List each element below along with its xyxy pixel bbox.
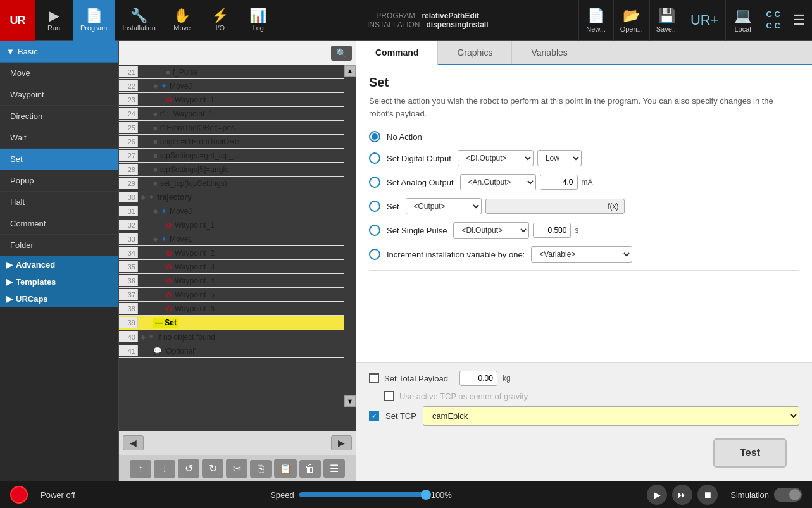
delete-button[interactable]: 🗑 (299, 460, 321, 478)
sidebar-urcaps-header[interactable]: ▶ URCaps (0, 290, 118, 307)
sidebar-item-waypoint[interactable]: Waypoint (0, 84, 118, 106)
simulation-toggle[interactable] (774, 488, 802, 502)
radio-set-output[interactable] (369, 201, 380, 212)
radio-set-digital-output[interactable] (369, 152, 380, 164)
run-icon: ▶ (49, 9, 59, 23)
tree-row[interactable]: 35 ⊙ Waypoint_3 (119, 260, 344, 274)
undo-button[interactable]: ↺ (178, 459, 199, 478)
scroll-down-button[interactable]: ▼ (344, 395, 356, 407)
sidebar-item-set[interactable]: Set (0, 149, 118, 170)
tree-row[interactable]: 30 ◆ ✦ trajectory (119, 190, 344, 204)
sidebar-templates-header[interactable]: ▶ Templates (0, 273, 118, 290)
test-button[interactable]: Test (713, 438, 787, 468)
movej2-icon: ✦ (161, 207, 167, 216)
gravity-checkbox[interactable] (384, 391, 394, 401)
move-down-button[interactable]: ↓ (154, 460, 175, 478)
low-dropdown[interactable]: Low (537, 150, 582, 166)
tree-row[interactable]: 38 ⊙ Waypoint_6 (119, 302, 344, 316)
tree-row[interactable]: 37 ⊙ Waypoint_5 (119, 288, 344, 302)
analog-output-dropdown[interactable]: <An.Output> (460, 174, 536, 190)
nav-run[interactable]: ▶ Run (35, 0, 73, 41)
new-button[interactable]: 📄 New... (578, 0, 613, 41)
payload-checkbox[interactable] (369, 373, 379, 383)
search-button[interactable]: 🔍 (331, 46, 352, 61)
fx-box[interactable]: f(x) (485, 199, 625, 214)
sidebar-basic-header[interactable]: ▼ Basic (0, 41, 118, 63)
output-dropdown[interactable]: <Output> (406, 198, 482, 214)
tree-row[interactable]: 33 ◆ ✦ MoveL (119, 232, 344, 246)
sidebar-item-comment[interactable]: Comment (0, 213, 118, 235)
scroll-up-button[interactable]: ▲ (344, 65, 356, 77)
tree-row-set-selected[interactable]: 39 — Set (119, 316, 344, 330)
tcp-row: ✓ Set TCP camEpick (369, 406, 799, 426)
tree-row[interactable]: 27 ■ tcpSettings:=get_tcp_... (119, 149, 344, 163)
speed-handle[interactable] (421, 490, 431, 500)
tab-variables[interactable]: Variables (512, 41, 587, 64)
sidebar-item-popup[interactable]: Popup (0, 170, 118, 192)
sidebar-item-folder[interactable]: Folder (0, 235, 118, 256)
radio-set-analog-output[interactable] (369, 177, 380, 188)
tree-row[interactable]: 41 💬 'Optional' (119, 344, 344, 358)
nav-program[interactable]: 📄 Program (73, 0, 115, 41)
tree-row[interactable]: 31 ◆ ✦ MoveJ (119, 204, 344, 218)
sidebar-advanced-header[interactable]: ▶ Advanced (0, 256, 118, 273)
step-button[interactable]: ⏭ (672, 485, 692, 505)
tab-command[interactable]: Command (356, 41, 438, 65)
radio-set-single-pulse[interactable] (369, 225, 380, 236)
tree-row[interactable]: 24 ■ r1:=Waypoint_1 (119, 107, 344, 121)
tree-row[interactable]: 23 ⊙ Waypoint_1 (119, 93, 344, 107)
paste-button[interactable]: 📋 (274, 459, 297, 478)
pulse-value-input[interactable] (533, 223, 571, 238)
tree-row[interactable]: 21 ■ f_Pulse (119, 65, 344, 79)
templates-arrow: ▶ (6, 277, 13, 287)
tree-row[interactable]: 36 ⊙ Waypoint_4 (119, 274, 344, 288)
cut-button[interactable]: ✂ (226, 459, 247, 478)
sidebar-item-move[interactable]: Move (0, 63, 118, 84)
tree-row[interactable]: 25 ■ r1FromToolORef:=pos... (119, 121, 344, 135)
tab-graphics[interactable]: Graphics (438, 41, 512, 64)
stop-button[interactable]: ⏹ (697, 485, 718, 505)
payload-value-input[interactable] (459, 371, 497, 386)
panel-description: Select the action you wish the robot to … (369, 95, 799, 120)
radio-no-action[interactable] (369, 131, 380, 142)
tree-nav-prev[interactable]: ◀ (123, 435, 144, 450)
pulse-di-dropdown[interactable]: <Di.Output> (453, 222, 529, 239)
move-up-button[interactable]: ↑ (130, 460, 151, 478)
hamburger-menu[interactable]: ☰ (787, 12, 812, 28)
tree-row[interactable]: 32 ⊙ Waypoint_1 (119, 218, 344, 232)
tree-toolbar: ↑ ↓ ↺ ↻ ✂ ⎘ 📋 🗑 ☰ (119, 455, 356, 481)
search-input[interactable] (123, 48, 331, 58)
sidebar-item-direction[interactable]: Direction (0, 106, 118, 127)
status-bar: Power off Speed 100% ▶ ⏭ ⏹ Simulation (0, 481, 812, 508)
tree-row[interactable]: 29 ■ set_tcp(tcpSettings) (119, 177, 344, 190)
tree-nav-next[interactable]: ▶ (331, 435, 352, 450)
sidebar-item-halt[interactable]: Halt (0, 192, 118, 213)
sidebar-item-wait[interactable]: Wait (0, 127, 118, 149)
save-button[interactable]: 💾 Save... (649, 0, 684, 41)
speed-slider[interactable] (299, 492, 426, 497)
list-button[interactable]: ☰ (323, 459, 345, 478)
copy-button[interactable]: ⎘ (250, 460, 272, 478)
tree-row[interactable]: 22 ◆ ✦ MoveJ (119, 79, 344, 93)
nav-io[interactable]: ⚡ I/O (201, 0, 239, 41)
tree-row[interactable]: 26 ■ angle:=r1FromToolORe... (119, 135, 344, 149)
power-button[interactable] (10, 486, 28, 504)
tcp-dropdown[interactable]: camEpick (423, 406, 799, 426)
analog-value-input[interactable] (540, 175, 578, 190)
digital-output-dropdown[interactable]: <Di.Output> (458, 150, 534, 166)
nav-installation[interactable]: 🔧 Installation (115, 0, 163, 41)
new-icon: 📄 (587, 8, 604, 24)
radio-increment[interactable] (369, 249, 380, 260)
tree-row[interactable]: 28 ■ tcpSettings[5]=angle (119, 163, 344, 177)
analog-unit-label: mA (582, 178, 593, 187)
nav-log[interactable]: 📊 Log (239, 0, 277, 41)
play-button[interactable]: ▶ (647, 485, 667, 505)
tree-row[interactable]: 34 ⊙ Waypoint_2 (119, 246, 344, 260)
tcp-checkbox[interactable]: ✓ (369, 411, 379, 421)
tree-row[interactable]: 40 ◆ ▼ If no object found (119, 330, 344, 344)
redo-button[interactable]: ↻ (202, 459, 223, 478)
open-button[interactable]: 📂 Open... (613, 0, 649, 41)
nav-move[interactable]: ✋ Move (163, 0, 201, 41)
variable-dropdown[interactable]: <Variable> (531, 246, 632, 263)
local-button[interactable]: 💻 Local (725, 0, 760, 41)
